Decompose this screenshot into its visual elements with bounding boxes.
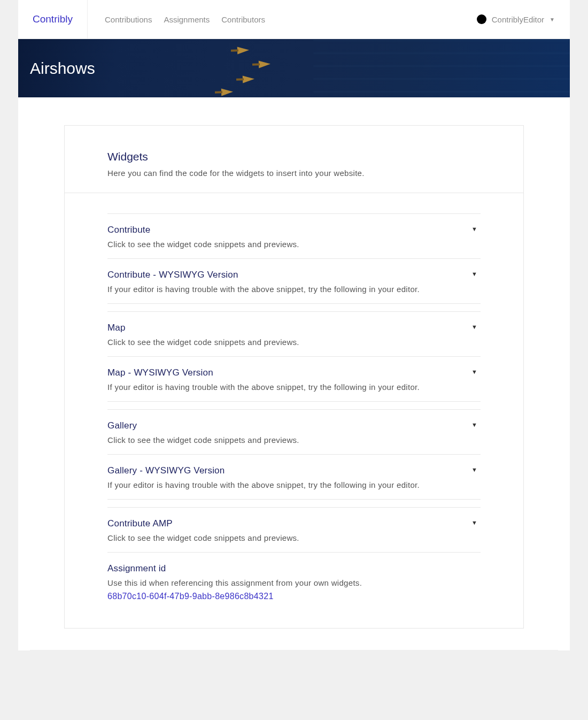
caret-down-icon: ▼ [550, 17, 555, 22]
page-title: Airshows [18, 59, 95, 78]
user-menu[interactable]: ContriblyEditor ▼ [477, 14, 570, 24]
plane-icon [243, 75, 254, 83]
caret-down-icon: ▼ [471, 271, 477, 277]
footer-separator [30, 650, 558, 650]
widget-title: Gallery [107, 420, 481, 431]
widget-title: Gallery - WYSIWYG Version [107, 465, 481, 476]
assignment-id-desc: Use this id when referencing this assign… [107, 578, 481, 587]
caret-down-icon: ▼ [471, 226, 477, 232]
assignment-id-block: Assignment id Use this id when referenci… [107, 553, 481, 601]
widget-desc: Click to see the widget code snippets an… [107, 435, 481, 445]
widget-desc: If your editor is having trouble with th… [107, 480, 481, 489]
widget-row-contribute-amp[interactable]: Contribute AMP Click to see the widget c… [107, 507, 481, 553]
widget-title: Map - WYSIWYG Version [107, 367, 481, 378]
widget-row-contribute[interactable]: Contribute Click to see the widget code … [107, 214, 481, 259]
hero-banner: Airshows [18, 39, 570, 97]
content-area: Widgets Here you can find the code for t… [18, 97, 570, 650]
caret-down-icon: ▼ [471, 369, 477, 375]
avatar [477, 14, 486, 24]
plane-icon [259, 60, 270, 68]
brand-logo[interactable]: Contribly [18, 0, 88, 39]
caret-down-icon: ▼ [471, 422, 477, 428]
widget-desc: Click to see the widget code snippets an… [107, 338, 481, 347]
caret-down-icon: ▼ [471, 324, 477, 330]
widget-row-map-wysiwyg[interactable]: Map - WYSIWYG Version If your editor is … [107, 357, 481, 402]
widget-row-contribute-wysiwyg[interactable]: Contribute - WYSIWYG Version If your edi… [107, 259, 481, 304]
nav-contributions[interactable]: Contributions [105, 15, 152, 24]
caret-down-icon: ▼ [471, 466, 477, 473]
caret-down-icon: ▼ [471, 519, 477, 526]
widget-row-gallery-wysiwyg[interactable]: Gallery - WYSIWYG Version If your editor… [107, 455, 481, 500]
widget-row-map[interactable]: Map Click to see the widget code snippet… [107, 311, 481, 357]
widget-desc: If your editor is having trouble with th… [107, 285, 481, 294]
assignment-id-value[interactable]: 68b70c10-604f-47b9-9abb-8e986c8b4321 [107, 592, 481, 601]
nav-links: Contributions Assignments Contributors [88, 15, 477, 24]
widget-title: Map [107, 323, 481, 333]
widget-title: Contribute [107, 225, 481, 235]
widget-row-gallery[interactable]: Gallery Click to see the widget code sni… [107, 409, 481, 455]
navbar: Contribly Contributions Assignments Cont… [18, 0, 570, 39]
widgets-panel: Widgets Here you can find the code for t… [64, 125, 524, 629]
assignment-id-label: Assignment id [107, 563, 481, 574]
widget-title: Contribute AMP [107, 518, 481, 529]
widget-desc: Click to see the widget code snippets an… [107, 240, 481, 249]
panel-title: Widgets [107, 150, 481, 163]
widget-desc: Click to see the widget code snippets an… [107, 533, 481, 542]
panel-header: Widgets Here you can find the code for t… [65, 126, 523, 193]
app-container: Contribly Contributions Assignments Cont… [18, 0, 570, 650]
plane-icon [237, 47, 249, 55]
panel-subtitle: Here you can find the code for the widge… [107, 168, 481, 178]
user-name-label: ContriblyEditor [492, 15, 544, 24]
widget-desc: If your editor is having trouble with th… [107, 382, 481, 392]
plane-icon [221, 88, 233, 96]
nav-assignments[interactable]: Assignments [164, 15, 210, 24]
nav-contributors[interactable]: Contributors [221, 15, 265, 24]
widget-title: Contribute - WYSIWYG Version [107, 270, 481, 280]
panel-body: Contribute Click to see the widget code … [65, 193, 523, 628]
